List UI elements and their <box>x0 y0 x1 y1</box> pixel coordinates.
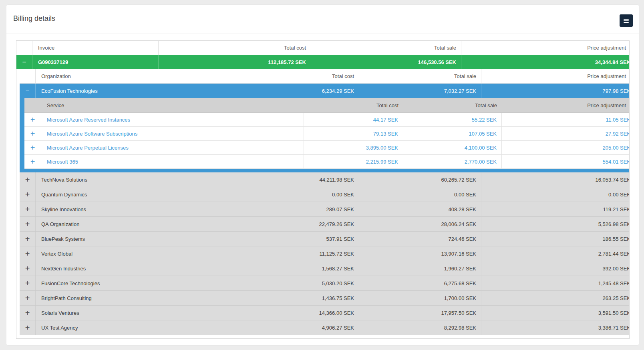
service-total-cost: 79.13 SEK <box>304 127 403 140</box>
expand-organization-button[interactable]: + <box>20 261 36 276</box>
price-adjustment-column-header: Price adjustment <box>461 41 630 55</box>
organization-row-expanded[interactable]: − EcoFusion Technologies 6,234.29 SEK 7,… <box>20 84 630 98</box>
plus-icon: + <box>25 294 30 302</box>
organization-name: Solaris Ventures <box>36 306 238 320</box>
invoice-total-sale: 146,530.56 SEK <box>311 55 461 69</box>
expand-organization-button[interactable]: + <box>20 306 36 320</box>
organization-row[interactable]: + NextGen Industries 1,568.27 SEK 1,960.… <box>20 261 630 276</box>
organization-total-cost: 0.00 SEK <box>238 187 359 202</box>
organization-column-header: Organization <box>36 69 238 83</box>
expand-organization-button[interactable]: + <box>20 276 36 290</box>
service-row[interactable]: + Microsoft Azure Reserved Instances 44.… <box>24 113 630 127</box>
invoice-header-row: Invoice Total cost Total sale Price adju… <box>16 41 630 55</box>
service-name-link[interactable]: Microsoft Azure Perpetual Licenses <box>41 141 304 154</box>
organization-total-sale: 1,960.27 SEK <box>359 261 481 276</box>
expand-organization-button[interactable]: + <box>20 246 36 261</box>
organization-row[interactable]: + BrightPath Consulting 1,436.75 SEK 1,7… <box>20 291 630 306</box>
menu-button[interactable] <box>620 14 633 27</box>
plus-icon: + <box>25 235 30 243</box>
expand-organization-button[interactable]: + <box>20 172 36 187</box>
expand-organization-button[interactable]: + <box>20 187 36 202</box>
organization-total-sale: 0.00 SEK <box>359 187 481 202</box>
organization-total-sale: 724.46 SEK <box>359 232 481 246</box>
service-name-link[interactable]: Microsoft Azure Software Subscriptions <box>41 127 304 140</box>
expand-organization-button[interactable]: + <box>20 217 36 231</box>
invoice-row[interactable]: − G090337129 112,185.72 SEK 146,530.56 S… <box>16 55 630 69</box>
expand-service-button[interactable]: + <box>24 127 41 140</box>
service-price-adjustment: 205.00 SEK <box>502 141 630 154</box>
plus-icon: + <box>25 250 30 258</box>
service-total-sale: 107.05 SEK <box>403 127 502 140</box>
organization-name: QA Organization <box>36 217 238 231</box>
organization-row[interactable]: + Vertex Global 11,125.72 SEK 13,907.16 … <box>20 246 630 261</box>
organization-row[interactable]: + TechNova Solutions 44,211.98 SEK 60,26… <box>20 172 630 187</box>
organization-row[interactable]: + Solaris Ventures 14,366.00 SEK 17,957.… <box>20 306 630 320</box>
service-row[interactable]: + Microsoft Azure Software Subscriptions… <box>24 127 630 141</box>
organization-price-adjustment: 16,053.74 SEK <box>481 172 630 187</box>
organization-total-cost: 4,906.27 SEK <box>238 320 359 335</box>
hamburger-icon <box>624 18 629 24</box>
expand-service-button[interactable]: + <box>24 113 41 126</box>
plus-icon: + <box>30 116 35 124</box>
expand-service-button[interactable]: + <box>24 155 41 168</box>
service-total-sale-column-header: Total sale <box>403 98 502 112</box>
organization-total-sale: 8,292.98 SEK <box>359 320 481 335</box>
service-total-sale: 55.22 SEK <box>403 113 502 126</box>
page-background: { "header": { "title": "Billing details"… <box>0 0 644 350</box>
plus-icon: + <box>25 309 30 317</box>
expand-organization-button[interactable]: + <box>20 320 36 335</box>
organization-price-adjustment: 1,245.48 SEK <box>481 276 630 290</box>
organization-name: EcoFusion Technologies <box>36 84 238 98</box>
organization-price-adjustment: 3,386.71 SEK <box>481 320 630 335</box>
organization-row[interactable]: + Skyline Innovations 289.07 SEK 408.28 … <box>20 202 630 217</box>
service-name-link[interactable]: Microsoft Azure Reserved Instances <box>41 113 304 126</box>
expand-organization-button[interactable]: + <box>20 202 36 216</box>
organization-row[interactable]: + QA Organization 22,479.26 SEK 28,006.2… <box>20 217 630 232</box>
plus-icon: + <box>30 130 35 138</box>
expand-organization-button[interactable]: + <box>20 291 36 305</box>
organization-total-sale: 17,957.50 SEK <box>359 306 481 320</box>
plus-icon: + <box>30 158 35 166</box>
organization-name: NextGen Industries <box>36 261 238 276</box>
organization-price-adjustment: 0.00 SEK <box>481 187 630 202</box>
organization-name: BluePeak Systems <box>36 232 238 246</box>
service-row[interactable]: + Microsoft 365 2,215.99 SEK 2,770.00 SE… <box>24 155 630 169</box>
invoice-detail-section: Organization Total cost Total sale Price… <box>16 69 629 338</box>
collapse-organization-button[interactable]: − <box>20 84 36 98</box>
plus-icon: + <box>25 279 30 287</box>
plus-icon: + <box>25 264 30 272</box>
minus-icon: − <box>22 59 26 66</box>
organization-price-adjustment: 2,781.44 SEK <box>481 246 630 261</box>
service-total-sale: 2,770.00 SEK <box>403 155 502 168</box>
organization-price-adjustment: 186.55 SEK <box>481 232 630 246</box>
organization-price-adjustment: 5,526.98 SEK <box>481 217 630 231</box>
service-name-link[interactable]: Microsoft 365 <box>41 155 304 168</box>
organization-price-adjustment: 119.21 SEK <box>481 202 630 216</box>
organization-total-cost: 289.07 SEK <box>238 202 359 216</box>
organization-total-sale: 60,265.72 SEK <box>359 172 481 187</box>
organization-total-cost: 14,366.00 SEK <box>238 306 359 320</box>
billing-table: Invoice Total cost Total sale Price adju… <box>16 40 630 339</box>
organization-row[interactable]: + FusionCore Technologies 5,030.20 SEK 6… <box>20 276 630 291</box>
organization-row[interactable]: + Quantum Dynamics 0.00 SEK 0.00 SEK 0.0… <box>20 187 630 202</box>
expand-service-button[interactable]: + <box>24 141 41 154</box>
service-row[interactable]: + Microsoft Azure Perpetual Licenses 3,8… <box>24 141 630 155</box>
organization-total-sale: 408.28 SEK <box>359 202 481 216</box>
organization-price-adjustment: 392.00 SEK <box>481 261 630 276</box>
invoice-price-adjustment: 34,344.84 SEK <box>461 55 630 69</box>
page-title: Billing details <box>13 14 55 23</box>
organization-expander-header <box>20 69 36 83</box>
organization-total-sale: 7,032.27 SEK <box>359 84 481 98</box>
organization-total-cost: 44,211.98 SEK <box>238 172 359 187</box>
service-price-adjustment: 554.01 SEK <box>502 155 630 168</box>
organization-row[interactable]: + UX Test Agency 4,906.27 SEK 8,292.98 S… <box>20 320 630 335</box>
billing-card: Billing details Invoice Total cost Total… <box>6 5 639 345</box>
organization-row[interactable]: + BluePeak Systems 537.91 SEK 724.46 SEK… <box>20 232 630 246</box>
organization-total-cost: 11,125.72 SEK <box>238 246 359 261</box>
plus-icon: + <box>25 190 30 198</box>
collapse-invoice-button[interactable]: − <box>16 55 32 69</box>
invoice-number: G090337129 <box>32 55 159 69</box>
invoice-expander-header <box>16 41 32 55</box>
organization-detail-section: Service Total cost Total sale Price adju… <box>20 98 629 172</box>
expand-organization-button[interactable]: + <box>20 232 36 246</box>
